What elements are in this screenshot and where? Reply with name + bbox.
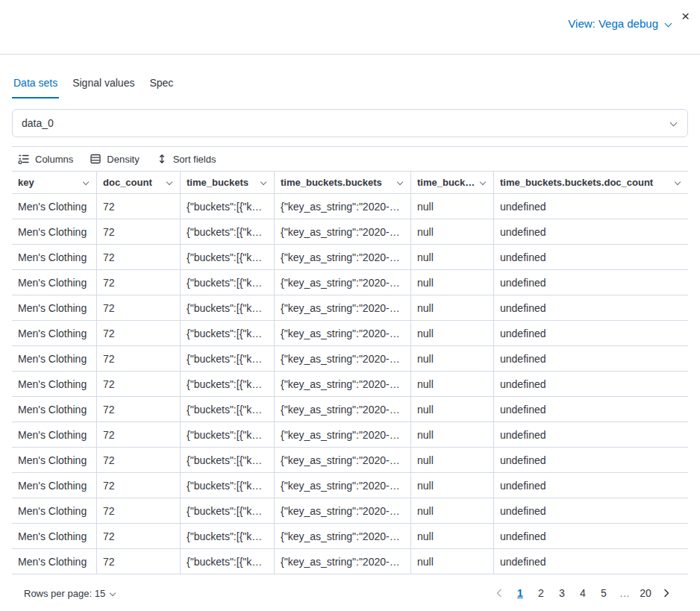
table-cell[interactable]: {"buckets":[{"k… <box>181 498 275 523</box>
table-cell[interactable]: {"key_as_string":"2020-… <box>275 524 411 548</box>
pagination-page-20[interactable]: 20 <box>636 583 655 603</box>
table-cell[interactable]: Men's Clothing <box>12 397 97 422</box>
table-cell[interactable]: null <box>411 346 494 371</box>
table-cell[interactable]: {"buckets":[{"k… <box>181 549 275 574</box>
column-header-key[interactable]: key <box>12 172 97 193</box>
table-cell[interactable]: null <box>411 524 494 548</box>
table-cell[interactable]: Men's Clothing <box>12 473 97 498</box>
tab-data-sets[interactable]: Data sets <box>12 69 59 98</box>
table-cell[interactable]: {"key_as_string":"2020-… <box>275 473 411 498</box>
table-cell[interactable]: undefined <box>494 194 688 219</box>
table-cell[interactable]: 72 <box>97 422 181 447</box>
table-cell[interactable]: {"buckets":[{"k… <box>181 473 275 498</box>
pagination-page-1[interactable]: 1 <box>510 583 530 603</box>
table-cell[interactable]: Men's Clothing <box>12 422 97 447</box>
table-cell[interactable]: {"key_as_string":"2020-… <box>275 245 411 269</box>
table-cell[interactable]: {"key_as_string":"2020-… <box>275 498 411 523</box>
table-cell[interactable]: null <box>411 448 494 472</box>
table-cell[interactable]: undefined <box>494 321 688 345</box>
table-cell[interactable]: Men's Clothing <box>12 346 97 371</box>
table-cell[interactable]: null <box>411 245 494 269</box>
table-cell[interactable]: {"key_as_string":"2020-… <box>275 372 411 396</box>
table-cell[interactable]: 72 <box>97 346 181 371</box>
pagination-page-4[interactable]: 4 <box>573 583 593 603</box>
table-cell[interactable]: {"key_as_string":"2020-… <box>275 321 411 345</box>
table-cell[interactable]: 72 <box>97 321 181 345</box>
table-cell[interactable]: {"key_as_string":"2020-… <box>275 295 411 320</box>
table-cell[interactable]: null <box>411 295 494 320</box>
dataset-select[interactable]: data_0 <box>12 109 688 137</box>
table-cell[interactable]: {"buckets":[{"k… <box>181 295 275 320</box>
table-cell[interactable]: {"buckets":[{"k… <box>181 524 275 548</box>
table-cell[interactable]: undefined <box>494 245 688 269</box>
table-cell[interactable]: null <box>411 549 494 574</box>
table-cell[interactable]: null <box>411 270 494 295</box>
table-cell[interactable]: undefined <box>494 372 688 396</box>
table-cell[interactable]: Men's Clothing <box>12 219 97 244</box>
table-cell[interactable]: null <box>411 194 494 219</box>
table-cell[interactable]: 72 <box>97 397 181 422</box>
previous-page-button[interactable] <box>490 583 509 603</box>
table-cell[interactable]: Men's Clothing <box>12 295 97 320</box>
table-cell[interactable]: {"buckets":[{"k… <box>181 346 275 371</box>
table-cell[interactable]: Men's Clothing <box>12 245 97 269</box>
table-cell[interactable]: {"key_as_string":"2020-… <box>275 219 411 244</box>
table-cell[interactable]: null <box>411 422 494 447</box>
table-cell[interactable]: 72 <box>97 219 181 244</box>
columns-button[interactable]: Columns <box>18 153 73 165</box>
table-cell[interactable]: undefined <box>494 270 688 295</box>
table-cell[interactable]: 72 <box>97 372 181 396</box>
table-cell[interactable]: Men's Clothing <box>12 448 97 472</box>
table-cell[interactable]: 72 <box>97 549 181 574</box>
table-cell[interactable]: 72 <box>97 270 181 295</box>
table-cell[interactable]: Men's Clothing <box>12 321 97 345</box>
table-cell[interactable]: undefined <box>494 448 688 472</box>
table-cell[interactable]: null <box>411 219 494 244</box>
table-cell[interactable]: {"buckets":[{"k… <box>181 245 275 269</box>
table-cell[interactable]: undefined <box>494 422 688 447</box>
tab-signal-values[interactable]: Signal values <box>71 69 136 98</box>
column-header-doc-count[interactable]: doc_count <box>97 172 181 193</box>
table-cell[interactable]: {"buckets":[{"k… <box>181 194 275 219</box>
table-cell[interactable]: null <box>411 397 494 422</box>
close-icon[interactable]: × <box>678 7 693 25</box>
table-cell[interactable]: {"buckets":[{"k… <box>181 219 275 244</box>
table-cell[interactable]: Men's Clothing <box>12 524 97 548</box>
table-cell[interactable]: 72 <box>97 295 181 320</box>
table-cell[interactable]: {"key_as_string":"2020-… <box>275 270 411 295</box>
tab-spec[interactable]: Spec <box>148 69 175 98</box>
table-cell[interactable]: Men's Clothing <box>12 270 97 295</box>
table-cell[interactable]: null <box>411 372 494 396</box>
table-cell[interactable]: {"key_as_string":"2020-… <box>275 397 411 422</box>
table-cell[interactable]: Men's Clothing <box>12 498 97 523</box>
table-cell[interactable]: {"key_as_string":"2020-… <box>275 549 411 574</box>
table-cell[interactable]: null <box>411 321 494 345</box>
column-header-time-buckets[interactable]: time_buckets <box>181 172 275 193</box>
table-cell[interactable]: {"key_as_string":"2020-… <box>275 194 411 219</box>
table-cell[interactable]: undefined <box>494 346 688 371</box>
table-cell[interactable]: undefined <box>494 473 688 498</box>
table-cell[interactable]: Men's Clothing <box>12 549 97 574</box>
table-cell[interactable]: undefined <box>494 498 688 523</box>
table-cell[interactable]: 72 <box>97 448 181 472</box>
table-cell[interactable]: {"buckets":[{"k… <box>181 321 275 345</box>
table-cell[interactable]: Men's Clothing <box>12 372 97 396</box>
table-cell[interactable]: {"key_as_string":"2020-… <box>275 422 411 447</box>
table-cell[interactable]: {"buckets":[{"k… <box>181 448 275 472</box>
rows-per-page-button[interactable]: Rows per page: 15 <box>24 588 117 599</box>
table-cell[interactable]: {"buckets":[{"k… <box>181 372 275 396</box>
table-cell[interactable]: undefined <box>494 219 688 244</box>
table-cell[interactable]: 72 <box>97 245 181 269</box>
table-cell[interactable]: {"buckets":[{"k… <box>181 270 275 295</box>
view-selector-button[interactable]: View: Vega debug <box>568 17 673 30</box>
table-cell[interactable]: null <box>411 473 494 498</box>
column-header-time-buckets-buckets-doc-count[interactable]: time_buckets.buckets.doc_count <box>494 172 688 193</box>
column-header-time-buck[interactable]: time_buck… <box>411 172 494 193</box>
table-cell[interactable]: undefined <box>494 524 688 548</box>
table-cell[interactable]: {"key_as_string":"2020-… <box>275 346 411 371</box>
table-cell[interactable]: undefined <box>494 549 688 574</box>
pagination-page-2[interactable]: 2 <box>531 583 551 603</box>
table-cell[interactable]: {"buckets":[{"k… <box>181 397 275 422</box>
sort-fields-button[interactable]: Sort fields <box>156 153 216 165</box>
table-cell[interactable]: undefined <box>494 397 688 422</box>
